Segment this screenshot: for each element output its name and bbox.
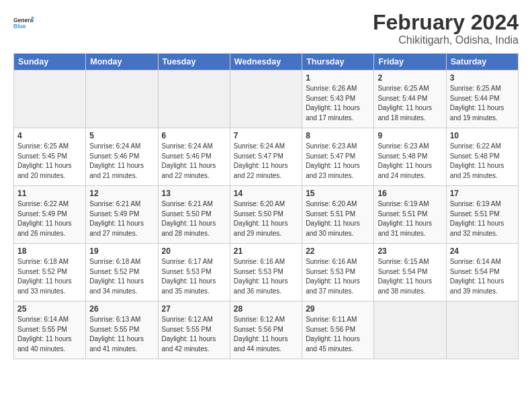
day-number: 28 — [234, 304, 298, 314]
day-number: 5 — [89, 131, 154, 140]
day-cell: 24Sunrise: 6:14 AM Sunset: 5:54 PM Dayli… — [446, 244, 518, 302]
day-cell: 8Sunrise: 6:23 AM Sunset: 5:47 PM Daylig… — [302, 128, 374, 186]
header-day-friday: Friday — [374, 54, 446, 71]
day-number: 2 — [378, 73, 442, 83]
week-row-3: 11Sunrise: 6:22 AM Sunset: 5:49 PM Dayli… — [14, 186, 519, 244]
day-info: Sunrise: 6:16 AM Sunset: 5:53 PM Dayligh… — [306, 257, 370, 296]
week-row-4: 18Sunrise: 6:18 AM Sunset: 5:52 PM Dayli… — [14, 244, 519, 302]
day-number: 9 — [378, 131, 442, 140]
logo-svg: General Blue — [13, 11, 34, 35]
day-number: 25 — [17, 304, 82, 314]
day-info: Sunrise: 6:20 AM Sunset: 5:50 PM Dayligh… — [234, 199, 298, 238]
day-info: Sunrise: 6:22 AM Sunset: 5:48 PM Dayligh… — [450, 142, 515, 181]
day-cell: 20Sunrise: 6:17 AM Sunset: 5:53 PM Dayli… — [158, 244, 230, 302]
day-cell: 18Sunrise: 6:18 AM Sunset: 5:52 PM Dayli… — [14, 244, 86, 302]
day-number: 13 — [162, 189, 226, 198]
day-number: 14 — [234, 189, 298, 198]
day-info: Sunrise: 6:21 AM Sunset: 5:49 PM Dayligh… — [89, 199, 154, 238]
day-cell — [158, 71, 230, 128]
day-info: Sunrise: 6:19 AM Sunset: 5:51 PM Dayligh… — [450, 199, 515, 238]
day-number: 7 — [234, 131, 298, 140]
week-row-5: 25Sunrise: 6:14 AM Sunset: 5:55 PM Dayli… — [14, 302, 519, 359]
day-number: 24 — [450, 246, 515, 256]
day-number: 16 — [378, 189, 442, 198]
day-info: Sunrise: 6:18 AM Sunset: 5:52 PM Dayligh… — [17, 257, 82, 296]
day-info: Sunrise: 6:21 AM Sunset: 5:50 PM Dayligh… — [162, 199, 226, 238]
calendar-subtitle: Chikitigarh, Odisha, India — [373, 34, 519, 46]
day-number: 11 — [17, 189, 82, 198]
day-info: Sunrise: 6:16 AM Sunset: 5:53 PM Dayligh… — [234, 257, 298, 296]
day-cell — [446, 302, 518, 359]
day-info: Sunrise: 6:12 AM Sunset: 5:56 PM Dayligh… — [234, 315, 298, 354]
day-info: Sunrise: 6:14 AM Sunset: 5:55 PM Dayligh… — [17, 315, 82, 354]
day-cell: 19Sunrise: 6:18 AM Sunset: 5:52 PM Dayli… — [86, 244, 158, 302]
day-cell — [230, 71, 302, 128]
day-info: Sunrise: 6:20 AM Sunset: 5:51 PM Dayligh… — [306, 199, 370, 238]
day-number: 12 — [89, 189, 154, 198]
header-day-saturday: Saturday — [446, 54, 518, 71]
day-cell: 11Sunrise: 6:22 AM Sunset: 5:49 PM Dayli… — [14, 186, 86, 244]
day-info: Sunrise: 6:13 AM Sunset: 5:55 PM Dayligh… — [89, 315, 154, 354]
day-cell: 5Sunrise: 6:24 AM Sunset: 5:46 PM Daylig… — [86, 128, 158, 186]
day-info: Sunrise: 6:17 AM Sunset: 5:53 PM Dayligh… — [162, 257, 226, 296]
day-cell: 27Sunrise: 6:12 AM Sunset: 5:55 PM Dayli… — [158, 302, 230, 359]
day-info: Sunrise: 6:24 AM Sunset: 5:46 PM Dayligh… — [162, 142, 226, 181]
day-number: 15 — [306, 189, 370, 198]
day-cell: 26Sunrise: 6:13 AM Sunset: 5:55 PM Dayli… — [86, 302, 158, 359]
day-number: 1 — [306, 73, 370, 83]
day-cell: 2Sunrise: 6:25 AM Sunset: 5:44 PM Daylig… — [374, 71, 446, 128]
day-cell: 3Sunrise: 6:25 AM Sunset: 5:44 PM Daylig… — [446, 71, 518, 128]
day-info: Sunrise: 6:25 AM Sunset: 5:44 PM Dayligh… — [450, 84, 515, 123]
week-row-1: 1Sunrise: 6:26 AM Sunset: 5:43 PM Daylig… — [14, 71, 519, 128]
week-row-2: 4Sunrise: 6:25 AM Sunset: 5:45 PM Daylig… — [14, 128, 519, 186]
day-cell: 10Sunrise: 6:22 AM Sunset: 5:48 PM Dayli… — [446, 128, 518, 186]
day-number: 3 — [450, 73, 515, 83]
day-number: 10 — [450, 131, 515, 140]
day-cell: 6Sunrise: 6:24 AM Sunset: 5:46 PM Daylig… — [158, 128, 230, 186]
day-cell — [86, 71, 158, 128]
day-number: 22 — [306, 246, 370, 256]
header-day-sunday: Sunday — [14, 54, 86, 71]
day-info: Sunrise: 6:24 AM Sunset: 5:47 PM Dayligh… — [234, 142, 298, 181]
page: General Blue February 2024 Chikitigarh, … — [0, 0, 532, 411]
day-cell: 15Sunrise: 6:20 AM Sunset: 5:51 PM Dayli… — [302, 186, 374, 244]
day-cell: 16Sunrise: 6:19 AM Sunset: 5:51 PM Dayli… — [374, 186, 446, 244]
day-number: 23 — [378, 246, 442, 256]
calendar-table: SundayMondayTuesdayWednesdayThursdayFrid… — [13, 53, 519, 359]
day-info: Sunrise: 6:23 AM Sunset: 5:48 PM Dayligh… — [378, 142, 442, 181]
day-number: 6 — [162, 131, 226, 140]
calendar-title: February 2024 — [373, 11, 519, 34]
day-cell: 28Sunrise: 6:12 AM Sunset: 5:56 PM Dayli… — [230, 302, 302, 359]
day-cell — [14, 71, 86, 128]
day-cell: 7Sunrise: 6:24 AM Sunset: 5:47 PM Daylig… — [230, 128, 302, 186]
day-info: Sunrise: 6:23 AM Sunset: 5:47 PM Dayligh… — [306, 142, 370, 181]
day-cell: 22Sunrise: 6:16 AM Sunset: 5:53 PM Dayli… — [302, 244, 374, 302]
day-cell: 9Sunrise: 6:23 AM Sunset: 5:48 PM Daylig… — [374, 128, 446, 186]
day-info: Sunrise: 6:15 AM Sunset: 5:54 PM Dayligh… — [378, 257, 442, 296]
day-number: 21 — [234, 246, 298, 256]
day-cell: 1Sunrise: 6:26 AM Sunset: 5:43 PM Daylig… — [302, 71, 374, 128]
day-info: Sunrise: 6:11 AM Sunset: 5:56 PM Dayligh… — [306, 315, 370, 354]
day-cell: 29Sunrise: 6:11 AM Sunset: 5:56 PM Dayli… — [302, 302, 374, 359]
day-info: Sunrise: 6:25 AM Sunset: 5:45 PM Dayligh… — [17, 142, 82, 181]
day-cell: 4Sunrise: 6:25 AM Sunset: 5:45 PM Daylig… — [14, 128, 86, 186]
day-number: 4 — [17, 131, 82, 140]
day-cell — [374, 302, 446, 359]
header: General Blue February 2024 Chikitigarh, … — [13, 11, 519, 46]
day-info: Sunrise: 6:18 AM Sunset: 5:52 PM Dayligh… — [89, 257, 154, 296]
day-number: 18 — [17, 246, 82, 256]
day-number: 29 — [306, 304, 370, 314]
header-row: SundayMondayTuesdayWednesdayThursdayFrid… — [14, 54, 519, 71]
day-cell: 13Sunrise: 6:21 AM Sunset: 5:50 PM Dayli… — [158, 186, 230, 244]
day-info: Sunrise: 6:26 AM Sunset: 5:43 PM Dayligh… — [306, 84, 370, 123]
day-info: Sunrise: 6:24 AM Sunset: 5:46 PM Dayligh… — [89, 142, 154, 181]
day-number: 27 — [162, 304, 226, 314]
day-number: 19 — [89, 246, 154, 256]
day-info: Sunrise: 6:22 AM Sunset: 5:49 PM Dayligh… — [17, 199, 82, 238]
day-number: 20 — [162, 246, 226, 256]
header-day-tuesday: Tuesday — [158, 54, 230, 71]
day-cell: 14Sunrise: 6:20 AM Sunset: 5:50 PM Dayli… — [230, 186, 302, 244]
day-number: 17 — [450, 189, 515, 198]
logo: General Blue — [13, 11, 34, 35]
day-cell: 25Sunrise: 6:14 AM Sunset: 5:55 PM Dayli… — [14, 302, 86, 359]
